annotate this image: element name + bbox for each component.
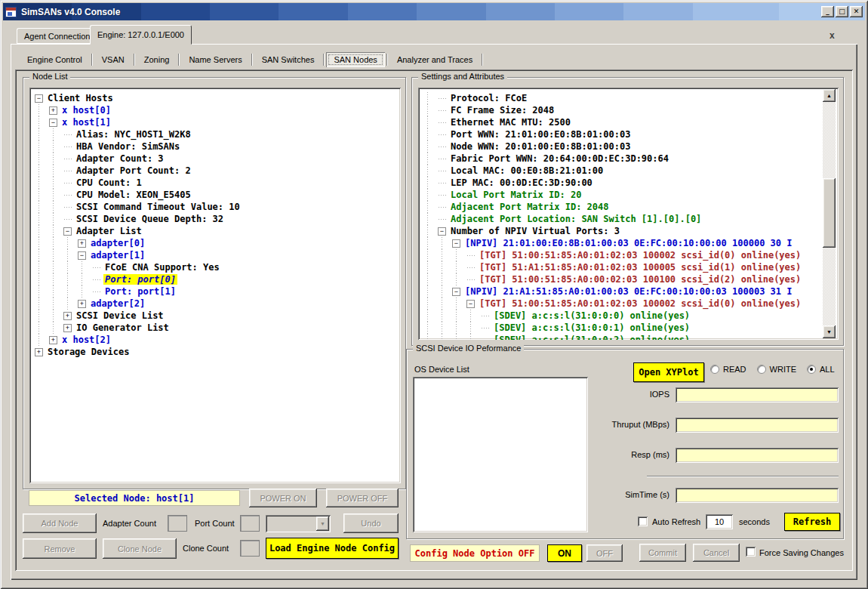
tree-row[interactable]: Protocol: FCoE bbox=[423, 92, 820, 104]
collapse-icon[interactable]: − bbox=[438, 227, 446, 236]
tree-node-label[interactable]: adapter[0] bbox=[89, 238, 146, 248]
tree-node-label[interactable]: Storage Devices bbox=[46, 347, 131, 357]
tree-row[interactable]: [TGT] 51:00:51:85:A0:01:02:03 100002 scs… bbox=[423, 249, 820, 261]
power-off-button[interactable]: POWER OFF bbox=[326, 489, 399, 507]
tab-close-icon[interactable]: x bbox=[830, 30, 835, 41]
tree-node-label[interactable]: FCoE CNA Support: Yes bbox=[103, 262, 221, 273]
refresh-interval-field[interactable] bbox=[706, 514, 733, 529]
tree-row[interactable]: +adapter[2] bbox=[34, 298, 398, 310]
tree-row[interactable]: Adapter Port Count: 2 bbox=[34, 165, 398, 177]
force-saving-checkbox[interactable] bbox=[746, 547, 756, 557]
tab-name-servers[interactable]: Name Servers bbox=[181, 52, 249, 67]
tree-row[interactable]: CPU Model: XEON_E5405 bbox=[34, 189, 398, 201]
tree-node-label[interactable]: Node WWN: 20:01:00:E0:8B:01:00:03 bbox=[449, 141, 632, 152]
undo-button[interactable]: Undo bbox=[343, 513, 399, 533]
iops-field[interactable] bbox=[676, 387, 839, 402]
tree-node-label[interactable]: SCSI Command Timeout Value: 10 bbox=[75, 202, 242, 212]
tree-row[interactable]: SCSI Device Queue Depth: 32 bbox=[34, 213, 398, 225]
refresh-button[interactable]: Refresh bbox=[784, 513, 840, 531]
tree-row[interactable]: [SDEV] a:c:s:l(31:0:0:2) online(yes) bbox=[423, 334, 820, 340]
tree-node-label[interactable]: Local MAC: 00:E0:8B:21:01:00 bbox=[449, 165, 605, 176]
tree-node-label[interactable]: [SDEV] a:c:s:l(31:0:0:1) online(yes) bbox=[492, 322, 691, 333]
tree-node-label[interactable]: CPU Count: 1 bbox=[75, 177, 143, 188]
minimize-button[interactable]: _ bbox=[821, 6, 834, 17]
collapse-icon[interactable]: − bbox=[49, 119, 57, 127]
title-bar[interactable]: SimSANs v4.0 Console _ □ ✕ bbox=[3, 3, 865, 20]
tree-row[interactable]: +x host[0] bbox=[34, 104, 398, 116]
expand-icon[interactable]: + bbox=[63, 324, 72, 332]
tree-row[interactable]: −Adapter List bbox=[34, 225, 398, 237]
expand-icon[interactable]: + bbox=[49, 106, 57, 115]
settings-scrollbar[interactable]: ▲ ▼ bbox=[823, 89, 836, 338]
collapse-icon[interactable]: − bbox=[452, 239, 460, 248]
maximize-button[interactable]: □ bbox=[836, 6, 848, 17]
tree-row[interactable]: Local MAC: 00:E0:8B:21:01:00 bbox=[423, 165, 820, 177]
tab-engine[interactable]: Engine: 127.0.0.1/E000 bbox=[90, 25, 192, 45]
cancel-button[interactable]: Cancel bbox=[693, 544, 740, 562]
tree-row[interactable]: Local Port Matrix ID: 20 bbox=[423, 189, 820, 201]
tree-node-label[interactable]: Adapter Count: 3 bbox=[75, 153, 165, 164]
clone-node-button[interactable]: Clone Node bbox=[103, 538, 177, 559]
tree-row[interactable]: −[NPIV] 21:A1:51:85:A0:01:00:03 0E:FC:00… bbox=[423, 285, 820, 298]
tree-row[interactable]: Fabric Port WWN: 20:64:00:0D:EC:3D:90:64 bbox=[423, 153, 820, 165]
tree-row[interactable]: [SDEV] a:c:s:l(31:0:0:0) online(yes) bbox=[423, 310, 820, 322]
radio-button-icon[interactable] bbox=[710, 365, 719, 374]
tab-zoning[interactable]: Zoning bbox=[137, 52, 177, 67]
expand-icon[interactable]: + bbox=[78, 300, 86, 308]
tree-row[interactable]: [SDEV] a:c:s:l(31:0:0:1) online(yes) bbox=[423, 322, 820, 334]
tab-san-switches[interactable]: SAN Switches bbox=[254, 52, 322, 67]
tree-row[interactable]: SCSI Command Timeout Value: 10 bbox=[34, 201, 398, 213]
remove-button[interactable]: Remove bbox=[23, 538, 97, 559]
collapse-icon[interactable]: − bbox=[466, 300, 475, 308]
tree-row[interactable]: CPU Count: 1 bbox=[34, 177, 398, 189]
tree-row[interactable]: −Number of NPIV Virtual Ports: 3 bbox=[423, 225, 820, 237]
scroll-down-icon[interactable]: ▼ bbox=[823, 325, 836, 338]
tree-node-label[interactable]: Local Port Matrix ID: 20 bbox=[449, 190, 583, 200]
tree-node-label[interactable]: CPU Model: XEON_E5405 bbox=[75, 190, 192, 200]
radio-all[interactable]: ALL bbox=[807, 365, 835, 374]
tree-row[interactable]: HBA Vendor: SimSANs bbox=[34, 140, 398, 153]
tree-row[interactable]: Adapter Count: 3 bbox=[34, 153, 398, 165]
scroll-up-icon[interactable]: ▲ bbox=[823, 89, 836, 102]
collapse-icon[interactable]: − bbox=[63, 227, 72, 236]
expand-icon[interactable]: + bbox=[63, 312, 72, 320]
open-xyplot-button[interactable]: Open XYPlot bbox=[633, 362, 704, 382]
expand-icon[interactable]: + bbox=[78, 239, 86, 248]
tree-row[interactable]: Alias: NYC_HOST1_W2K8 bbox=[34, 128, 398, 140]
tree-node-label[interactable]: Port: port[0] bbox=[103, 274, 177, 285]
auto-refresh-checkbox[interactable] bbox=[638, 517, 648, 526]
tree-node-label[interactable]: adapter[1] bbox=[89, 250, 146, 261]
settings-tree[interactable]: Protocol: FCoEFC Frame Size: 2048Etherne… bbox=[418, 88, 839, 340]
tree-node-label[interactable]: [SDEV] a:c:s:l(31:0:0:0) online(yes) bbox=[492, 310, 691, 321]
tree-row[interactable]: [TGT] 51:A1:51:85:A0:01:02:03 100005 scs… bbox=[423, 261, 820, 273]
node-list-tree[interactable]: −Client Hosts+x host[0]−x host[1]Alias: … bbox=[29, 88, 401, 483]
tree-row[interactable]: +Storage Devices bbox=[34, 346, 398, 358]
tab-vsan[interactable]: VSAN bbox=[94, 52, 132, 67]
tab-san-nodes[interactable]: SAN Nodes bbox=[326, 52, 384, 67]
tree-node-label[interactable]: Protocol: FCoE bbox=[449, 93, 528, 103]
tree-node-label[interactable]: Adjacent Port Matrix ID: 2048 bbox=[449, 202, 611, 212]
resp-field[interactable] bbox=[676, 448, 839, 463]
tab-agent-connections[interactable]: Agent Connections bbox=[17, 28, 102, 44]
dropdown-arrow-icon[interactable]: ▼ bbox=[316, 517, 329, 531]
clone-count-field[interactable] bbox=[240, 540, 260, 557]
tree-node-label[interactable]: [TGT] 51:A1:51:85:A0:01:02:03 100005 scs… bbox=[478, 262, 802, 273]
radio-read[interactable]: READ bbox=[710, 365, 746, 374]
tree-row[interactable]: FCoE CNA Support: Yes bbox=[34, 261, 398, 273]
collapse-icon[interactable]: − bbox=[452, 288, 460, 296]
tree-node-label[interactable]: Port: port[1] bbox=[103, 286, 177, 297]
tree-row[interactable]: +IO Generator List bbox=[34, 322, 398, 334]
config-on-button[interactable]: ON bbox=[547, 544, 582, 562]
tree-node-label[interactable]: [TGT] 51:00:51:85:A0:01:02:03 100002 scs… bbox=[478, 250, 802, 261]
tree-node-label[interactable]: HBA Vendor: SimSANs bbox=[75, 141, 181, 152]
tree-node-label[interactable]: adapter[2] bbox=[89, 298, 146, 309]
tree-row[interactable]: Port: port[1] bbox=[34, 285, 398, 298]
expand-icon[interactable]: + bbox=[49, 336, 57, 344]
expand-icon[interactable]: + bbox=[35, 348, 43, 356]
tree-node-label[interactable]: x host[1] bbox=[60, 117, 112, 128]
tree-row[interactable]: −x host[1] bbox=[34, 116, 398, 128]
tree-row[interactable]: −[NPIV] 21:01:00:E0:8B:01:00:03 0E:FC:00… bbox=[423, 237, 820, 249]
tree-node-label[interactable]: [NPIV] 21:01:00:E0:8B:01:00:03 0E:FC:00:… bbox=[463, 238, 793, 248]
tree-row[interactable]: −adapter[1] bbox=[34, 249, 398, 261]
tree-row[interactable]: Adjacent Port Matrix ID: 2048 bbox=[423, 201, 820, 213]
